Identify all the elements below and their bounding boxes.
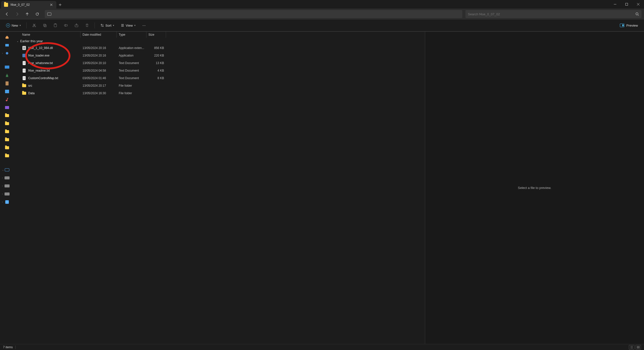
preview-icon <box>620 24 624 27</box>
sidebar-pictures[interactable] <box>1 88 13 95</box>
svg-rect-20 <box>638 347 639 348</box>
sidebar-home[interactable] <box>1 34 13 41</box>
svg-point-1 <box>636 13 638 15</box>
chevron-down-icon: ▾ <box>113 24 114 27</box>
txt-icon <box>22 61 26 65</box>
preview-toggle-button[interactable]: Preview <box>617 21 640 29</box>
document-icon <box>6 81 9 85</box>
sidebar-item[interactable]: › <box>1 50 13 57</box>
sidebar-music[interactable] <box>1 96 13 103</box>
address-bar[interactable] <box>45 10 462 18</box>
search-input[interactable] <box>468 12 635 16</box>
sidebar-desktop[interactable] <box>1 64 13 71</box>
sort-icon <box>100 24 104 27</box>
file-date: 13/05/2024 16:30 <box>80 91 117 95</box>
sidebar-this-pc[interactable]: ⌄ <box>1 166 13 173</box>
chevron-down-icon: ⌄ <box>17 40 19 42</box>
details-view-button[interactable] <box>629 345 634 349</box>
file-type: File folder <box>117 84 146 87</box>
preview-pane: Select a file to preview. <box>425 32 644 344</box>
file-row[interactable]: f4se_whatsnew.txt13/05/2024 20:10Text Do… <box>14 59 425 67</box>
file-size: 220 KB <box>146 54 166 57</box>
col-date[interactable]: Date modified <box>80 32 117 38</box>
sidebar-drive[interactable]: › <box>1 174 13 181</box>
sort-button[interactable]: Sort ▾ <box>98 21 117 29</box>
file-name: f4se_whatsnew.txt <box>28 61 53 65</box>
view-button[interactable]: View ▾ <box>118 21 138 29</box>
more-button[interactable]: ⋯ <box>140 21 149 29</box>
col-name[interactable]: Name <box>20 32 80 38</box>
chevron-right-icon: › <box>2 201 3 203</box>
copy-button[interactable] <box>40 21 49 29</box>
drive-icon <box>5 192 10 195</box>
cut-button[interactable] <box>30 21 39 29</box>
txt-icon <box>22 76 26 80</box>
svg-rect-4 <box>44 24 46 26</box>
up-button[interactable] <box>23 10 32 18</box>
view-mode-buttons <box>629 345 641 349</box>
sidebar-folder[interactable] <box>1 144 13 151</box>
svg-rect-17 <box>637 346 638 347</box>
maximize-button[interactable] <box>621 0 632 9</box>
sidebar-gallery[interactable] <box>1 42 13 49</box>
file-row[interactable]: src13/05/2024 20:17File folder <box>14 82 425 89</box>
pc-icon <box>47 13 51 16</box>
sidebar-downloads[interactable] <box>1 72 13 79</box>
sidebar-drive[interactable]: › <box>1 190 13 197</box>
sidebar-folder[interactable] <box>1 120 13 127</box>
rename-button[interactable] <box>61 21 70 29</box>
window-controls <box>609 0 644 9</box>
tab-title: f4se_0_07_02 <box>11 3 30 7</box>
file-row[interactable]: f4se_loader.exe13/05/2024 20:16Applicati… <box>14 52 425 59</box>
search-icon[interactable] <box>635 12 639 16</box>
delete-button[interactable] <box>83 21 92 29</box>
new-tab-button[interactable] <box>56 1 64 9</box>
search-box[interactable] <box>465 10 641 18</box>
file-type: Text Document <box>117 69 146 72</box>
preview-empty-text: Select a file to preview. <box>518 186 551 190</box>
svg-rect-13 <box>6 81 9 85</box>
file-name: f4se_readme.txt <box>28 69 50 72</box>
file-row[interactable]: Data13/05/2024 16:30File folder <box>14 89 425 97</box>
new-button[interactable]: + New ▾ <box>4 21 23 29</box>
svg-rect-8 <box>64 25 67 26</box>
txt-icon <box>22 69 26 73</box>
col-type[interactable]: Type <box>117 32 146 38</box>
forward-button[interactable] <box>13 10 22 18</box>
sidebar-folder[interactable] <box>1 136 13 143</box>
sidebar-drive[interactable]: › <box>1 182 13 189</box>
minimize-button[interactable] <box>609 0 621 9</box>
paste-button[interactable] <box>51 21 60 29</box>
sidebar-folder[interactable] <box>1 152 13 159</box>
sidebar-documents[interactable] <box>1 80 13 87</box>
thumbnails-view-button[interactable] <box>635 345 641 349</box>
file-size: 4 KB <box>146 69 166 72</box>
back-button[interactable] <box>3 10 12 18</box>
download-icon <box>5 74 9 77</box>
titlebar: f4se_0_07_02 <box>0 0 644 9</box>
file-row[interactable]: CustomControlMap.txt03/05/2024 01:46Text… <box>14 74 425 82</box>
group-header[interactable]: ⌄ Earlier this year <box>14 38 425 44</box>
sidebar-folder[interactable] <box>1 112 13 119</box>
file-row[interactable]: f4se_readme.txt10/05/2024 04:58Text Docu… <box>14 67 425 74</box>
svg-rect-18 <box>638 346 639 347</box>
preview-label: Preview <box>626 24 638 27</box>
sidebar-folder[interactable] <box>1 128 13 135</box>
svg-rect-16 <box>5 106 9 109</box>
share-button[interactable] <box>72 21 81 29</box>
music-icon <box>5 98 9 101</box>
sidebar-network[interactable]: › <box>1 198 13 206</box>
cloud-icon <box>5 52 9 55</box>
sidebar-videos[interactable] <box>1 104 13 111</box>
close-tab-icon[interactable] <box>49 3 53 7</box>
refresh-button[interactable] <box>33 10 42 18</box>
close-window-button[interactable] <box>632 0 644 9</box>
toolbar: + New ▾ Sort ▾ View ▾ ⋯ Preview <box>0 20 644 32</box>
file-row[interactable]: f4se_1_10_984.dll13/05/2024 20:16Applica… <box>14 44 425 52</box>
tab-active[interactable]: f4se_0_07_02 <box>1 1 56 9</box>
col-size[interactable]: Size <box>146 32 166 38</box>
file-area: Name Date modified Type Size ⌄ Earlier t… <box>14 32 425 344</box>
file-date: 10/05/2024 04:58 <box>80 69 117 72</box>
file-name: Data <box>28 91 34 95</box>
chevron-right-icon: › <box>2 193 3 195</box>
